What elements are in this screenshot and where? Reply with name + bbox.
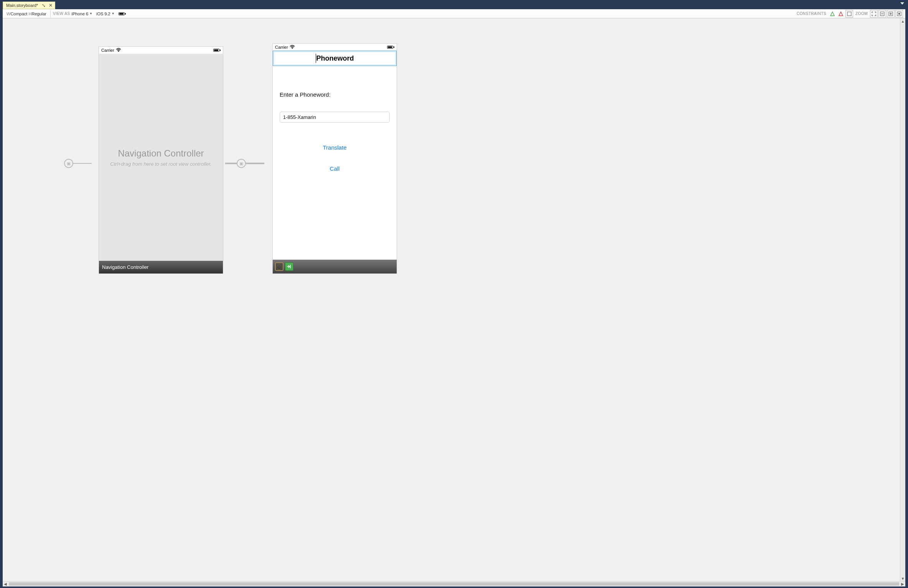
navigation-controller-placeholder: Navigation Controller Ctrl+drag from her… <box>99 54 223 261</box>
os-dropdown[interactable]: iOS 9.2▼ <box>96 12 115 16</box>
vertical-scrollbar[interactable]: ▲ ▼ <box>900 18 905 581</box>
phoneword-textfield[interactable]: 1-855-Xamarin <box>280 112 390 123</box>
scroll-up-icon[interactable]: ▲ <box>900 18 905 24</box>
scroll-down-icon[interactable]: ▼ <box>900 576 905 581</box>
constraints-label: CONSTRAINTS <box>797 12 826 16</box>
svg-rect-7 <box>898 13 900 15</box>
horizontal-scrollbar[interactable]: ◀ ▶ <box>3 581 905 586</box>
carrier-label: Carrier <box>101 48 114 53</box>
carrier-label: Carrier <box>275 45 288 49</box>
constraints-frame-icon[interactable] <box>845 10 853 18</box>
device-dropdown[interactable]: iPhone 6▼ <box>72 12 92 16</box>
constraints-remove-icon[interactable] <box>837 10 845 18</box>
svg-rect-0 <box>847 12 851 16</box>
scroll-thumb[interactable] <box>9 582 899 586</box>
document-tab-title: Main.storyboard* <box>6 3 38 8</box>
prompt-label[interactable]: Enter a Phoneword: <box>280 91 390 98</box>
svg-point-9 <box>292 48 293 49</box>
arrow-head-icon <box>92 160 99 167</box>
zoom-fit-icon[interactable] <box>870 10 878 18</box>
call-button[interactable]: Call <box>280 165 390 172</box>
navigation-controller-scene[interactable]: Carrier Navigation Controller Ctrl+drag … <box>99 46 223 274</box>
scene-dock-label: Navigation Controller <box>102 264 148 270</box>
wifi-icon <box>116 48 121 53</box>
constraints-add-icon[interactable] <box>829 10 836 18</box>
entry-point-arrow[interactable]: ▣ <box>64 159 99 168</box>
svg-point-8 <box>118 51 119 52</box>
scroll-left-icon[interactable]: ◀ <box>3 581 8 586</box>
navigation-bar-title[interactable]: Phoneword <box>316 54 354 63</box>
status-bar: Carrier <box>99 47 223 54</box>
first-responder-icon[interactable] <box>285 262 293 271</box>
chevron-down-icon: ▼ <box>112 12 115 15</box>
view-controller-icon[interactable]: ◯ <box>275 262 283 271</box>
close-tab-icon[interactable]: ✕ <box>49 3 53 8</box>
textfield-value: 1-855-Xamarin <box>283 114 316 120</box>
battery-icon <box>213 48 221 53</box>
zoom-actual-icon[interactable] <box>895 10 903 18</box>
root-segue-arrow[interactable]: ▣ <box>225 159 271 168</box>
chevron-down-icon: ▼ <box>89 12 92 15</box>
storyboard-canvas-wrap: ▣ Carrier Navigation Controller C <box>3 18 905 581</box>
document-tab[interactable]: Main.storyboard* ⊶ ✕ <box>3 2 55 9</box>
battery-orientation-icon[interactable] <box>119 12 126 16</box>
view-controller-body[interactable]: Enter a Phoneword: 1-855-Xamarin Transla… <box>273 68 397 260</box>
battery-icon <box>387 44 394 50</box>
wifi-icon <box>290 45 295 49</box>
zoom-in-icon[interactable] <box>887 10 895 18</box>
segue-node-icon: ▣ <box>64 159 73 168</box>
arrow-head-icon <box>264 160 271 167</box>
size-class-selector[interactable]: WCompact HRegular <box>5 12 48 16</box>
separator <box>50 10 51 17</box>
designer-toolbar: WCompact HRegular VIEW AS iPhone 6▼ iOS … <box>3 9 905 18</box>
scroll-right-icon[interactable]: ▶ <box>900 581 905 586</box>
navigation-bar-selected[interactable]: Phoneword <box>273 51 397 66</box>
scene-dock[interactable]: ◯ <box>273 260 397 273</box>
nav-controller-hint: Ctrl+drag from here to set root view con… <box>110 161 211 167</box>
view-as-label: VIEW AS <box>53 12 70 16</box>
tab-overflow-icon[interactable] <box>900 2 904 5</box>
translate-button[interactable]: Translate <box>280 144 390 151</box>
zoom-out-icon[interactable] <box>878 10 886 18</box>
document-tab-strip: Main.storyboard* ⊶ ✕ <box>3 2 906 9</box>
storyboard-canvas[interactable]: ▣ Carrier Navigation Controller C <box>3 18 900 581</box>
nav-controller-title: Navigation Controller <box>118 148 204 159</box>
segue-node-icon: ▣ <box>237 159 246 168</box>
zoom-label: ZOOM <box>855 12 868 16</box>
status-bar: Carrier <box>273 44 397 51</box>
pin-icon[interactable]: ⊶ <box>41 3 47 8</box>
scene-dock[interactable]: Navigation Controller <box>99 261 223 273</box>
view-controller-scene[interactable]: Carrier Phoneword Enter a Phoneword: 1-8… <box>272 43 397 274</box>
